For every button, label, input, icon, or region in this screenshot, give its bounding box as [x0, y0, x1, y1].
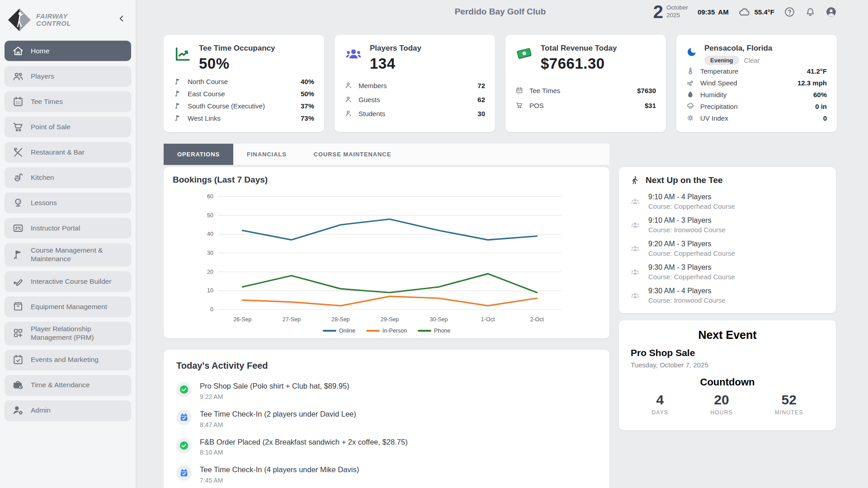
stat-row: East Course 50%: [174, 89, 314, 98]
sidebar-item-label: Players: [31, 72, 54, 80]
sidebar-item[interactable]: Player Relationship Management (PRM): [5, 322, 131, 345]
activity-feed-item: Tee Time Check-In (4 players under Mike …: [176, 465, 597, 484]
sidebar-item[interactable]: Time & Attendance: [5, 375, 131, 395]
cash-icon: [515, 45, 533, 63]
players-group-icon: [344, 45, 363, 63]
sidebar-item[interactable]: Players: [5, 66, 131, 86]
humidity-icon: [686, 90, 694, 99]
card-title: Total Revenue Today: [541, 44, 617, 53]
sidebar-collapse-button[interactable]: [117, 14, 127, 23]
sidebar-item-label: Player Relationship Management (PRM): [31, 324, 126, 342]
stat-value: 41.2°F: [807, 67, 827, 75]
prm-grid-icon: [12, 327, 24, 339]
sidebar-item-label: Equipment Management: [31, 302, 107, 311]
weather-condition: Clear: [744, 57, 760, 64]
stat-value: 40%: [301, 78, 314, 85]
check-circle-icon: [176, 382, 192, 397]
svg-text:20: 20: [207, 269, 213, 275]
stat-label: UV Index: [700, 114, 728, 122]
tee-time-occupancy-card: Tee Time Occupancy 50% North Course 40% …: [164, 35, 324, 132]
sidebar-item[interactable]: Restaurant & Bar: [5, 142, 131, 162]
stat-row: POS $31: [515, 101, 656, 109]
wind-icon: [686, 79, 694, 87]
stat-label: West Links: [188, 114, 221, 122]
stat-value: 72: [477, 82, 485, 89]
sidebar-item-label: Instructor Portal: [31, 224, 80, 232]
sidebar-item[interactable]: Lessons: [5, 192, 131, 213]
sidebar-item-label: Admin: [31, 406, 51, 414]
bookings-line-chart: 010203040506026-Sep27-Sep28-Sep29-Sep30-…: [173, 189, 600, 327]
tee-time-list-item[interactable]: 9:10 AM - 4 Players Course: Copperhead C…: [630, 193, 825, 210]
stat-row: North Course 40%: [174, 77, 314, 85]
sidebar-item[interactable]: Course Management & Maintenance: [5, 243, 131, 266]
user-menu-button[interactable]: [826, 6, 837, 18]
sidebar-item[interactable]: Admin: [5, 400, 131, 421]
cart-icon: [12, 121, 24, 133]
tee-time-list-item[interactable]: 9:30 AM - 3 Players Course: Copperhead C…: [630, 263, 825, 281]
svg-text:1-Oct: 1-Oct: [481, 316, 495, 323]
date-day: 2: [653, 4, 663, 20]
walking-icon: [630, 175, 640, 185]
svg-text:60: 60: [207, 193, 213, 200]
tee-time-list-item[interactable]: 9:30 AM - 4 Players Course: Ironwood Cou…: [630, 287, 825, 304]
main-area: Perdido Bay Golf Club 2 October 2025 09:…: [136, 0, 868, 488]
stat-row: Precipitation 0 in: [686, 102, 827, 110]
calendar-grid-icon: [12, 96, 24, 108]
equipment-icon: [12, 300, 24, 312]
tee-time-list-item[interactable]: 9:20 AM - 3 Players Course: Copperhead C…: [630, 240, 825, 257]
sidebar-item[interactable]: Events and Marketing: [5, 350, 131, 370]
stat-value: $7630: [637, 87, 656, 94]
svg-text:27-Sep: 27-Sep: [283, 316, 301, 323]
tee-time-title: 9:30 AM - 4 Players: [648, 287, 726, 295]
players-icon: [12, 70, 24, 82]
sidebar-item[interactable]: Interactive Course Builder: [5, 271, 131, 291]
players-today-card: Players Today 134 Members 72 Guests: [335, 35, 495, 132]
topbar: Perdido Bay Golf Club 2 October 2025 09:…: [164, 0, 837, 23]
tab[interactable]: OPERATIONS: [164, 144, 233, 165]
chart-title: Bookings (Last 7 Days): [173, 175, 600, 185]
calendar-check-icon: [12, 354, 24, 366]
legend-item: Online: [323, 328, 355, 334]
chart-legend: OnlineIn-PersonPhone: [173, 328, 600, 334]
sidebar-item-label: Kitchen: [31, 173, 54, 182]
stat-row: Temperature 41.2°F: [686, 67, 827, 75]
stat-value: $31: [645, 102, 656, 109]
sidebar-item[interactable]: Instructor Portal: [5, 218, 131, 238]
stat-row: UV Index 0: [686, 114, 827, 122]
sidebar-item[interactable]: Equipment Management: [5, 296, 131, 317]
home-icon: [12, 45, 24, 57]
outside-temperature: 55.4°F: [755, 8, 774, 16]
weather-location: Pensacola, Florida: [704, 44, 772, 53]
countdown-value: 52: [775, 393, 803, 407]
sidebar-item[interactable]: Home: [5, 41, 131, 61]
tee-time-course: Course: Copperhead Course: [648, 249, 735, 257]
help-button[interactable]: [784, 6, 795, 18]
activity-feed-title: Today's Activity Feed: [176, 361, 597, 371]
tab[interactable]: FINANCIALS: [233, 144, 300, 165]
tab[interactable]: COURSE MAINTENANCE: [300, 144, 405, 165]
weather-card: Pensacola, Florida Evening Clear Tempera…: [676, 35, 837, 132]
next-event-card: Next Event Pro Shop Sale Tuesday, Octobe…: [619, 320, 836, 430]
sidebar-item[interactable]: Tee Times: [5, 91, 131, 112]
stat-label: Guests: [359, 96, 380, 103]
svg-text:29-Sep: 29-Sep: [381, 316, 399, 323]
legend-swatch: [366, 330, 380, 332]
card-value: 50%: [199, 55, 275, 72]
person-small-icon: [344, 109, 353, 117]
stat-label: East Course: [188, 90, 225, 98]
bookings-chart-card: Bookings (Last 7 Days) 010203040506026-S…: [164, 167, 609, 338]
next-up-title: Next Up on the Tee: [646, 175, 723, 185]
stat-label: North Course: [188, 78, 228, 85]
flag-icon: [12, 249, 24, 260]
sidebar-item[interactable]: Kitchen: [5, 167, 131, 188]
tee-time-course: Course: Copperhead Course: [648, 273, 735, 281]
notifications-button[interactable]: [805, 6, 816, 18]
sidebar-item[interactable]: Point of Sale: [5, 117, 131, 137]
tee-time-course: Course: Ironwood Course: [648, 296, 726, 304]
tee-time-list-item[interactable]: 9:10 AM - 3 Players Course: Ironwood Cou…: [630, 216, 825, 234]
person-small-icon: [344, 81, 353, 89]
activity-time: 8:47 AM: [200, 421, 356, 428]
sidebar-item-label: Interactive Course Builder: [31, 277, 111, 286]
avatar-icon: [826, 12, 837, 19]
legend-swatch: [323, 330, 336, 332]
